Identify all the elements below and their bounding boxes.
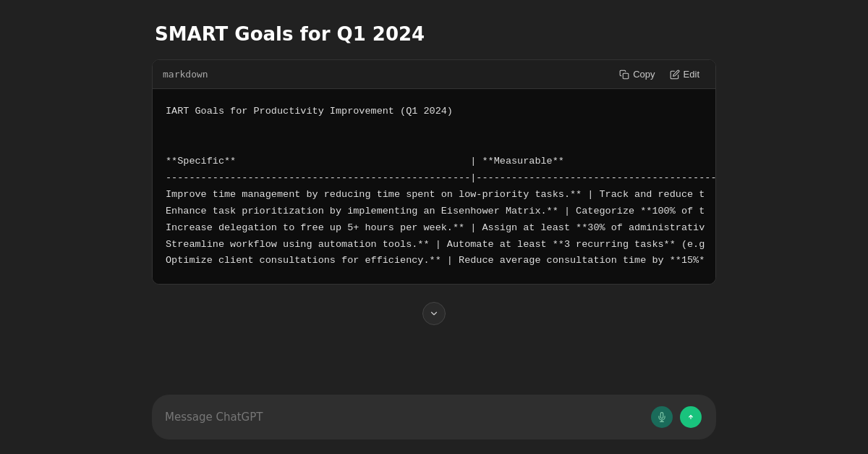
copy-icon [619, 70, 629, 80]
edit-icon [670, 70, 680, 80]
microphone-icon [657, 412, 667, 422]
page-title: SMART Goals for Q1 2024 [152, 23, 716, 45]
voice-icon-circle [651, 406, 673, 428]
input-area [137, 395, 731, 454]
code-block-header: markdown Copy Edit [153, 60, 715, 89]
send-icon-circle [680, 406, 702, 428]
svg-rect-0 [623, 73, 629, 79]
scroll-down-button[interactable] [422, 302, 446, 325]
code-text: IART Goals for Productivity Improvement … [166, 104, 702, 269]
code-language-label: markdown [163, 69, 208, 80]
main-container: SMART Goals for Q1 2024 markdown Copy [137, 0, 731, 395]
send-icon [686, 412, 696, 422]
scroll-indicator [152, 296, 716, 331]
code-content-area[interactable]: IART Goals for Productivity Improvement … [153, 89, 715, 284]
message-input[interactable] [165, 411, 642, 424]
copy-button[interactable]: Copy [613, 66, 660, 83]
edit-button[interactable]: Edit [664, 66, 705, 83]
microphone-button[interactable] [650, 405, 674, 429]
scroll-down-icon [429, 308, 439, 319]
input-icons [650, 405, 703, 429]
input-box [152, 395, 716, 440]
code-block-wrapper: markdown Copy Edit [152, 59, 716, 285]
send-button[interactable] [678, 405, 703, 429]
code-actions: Copy Edit [613, 66, 705, 83]
